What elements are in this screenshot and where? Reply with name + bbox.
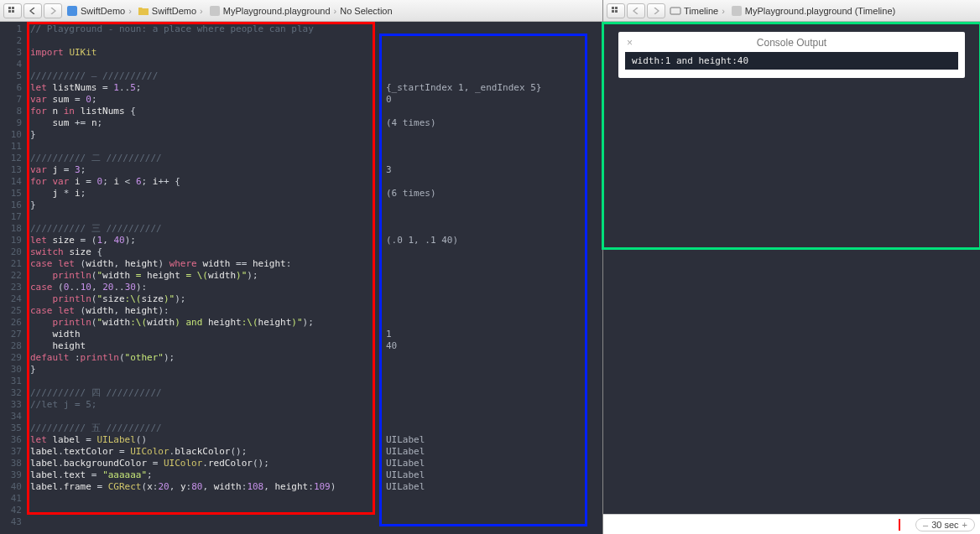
svg-rect-5 <box>210 6 220 16</box>
back-button[interactable] <box>23 3 42 18</box>
related-items-icon[interactable] <box>3 3 22 18</box>
timeline-track[interactable] <box>608 519 915 531</box>
svg-rect-9 <box>615 10 618 13</box>
svg-rect-6 <box>612 7 614 9</box>
minus-icon[interactable]: – <box>923 520 928 530</box>
svg-rect-8 <box>612 10 614 13</box>
svg-rect-11 <box>732 6 742 16</box>
console-title: × Console Output <box>625 37 958 52</box>
timeline-icon <box>670 5 681 17</box>
timeline-duration[interactable]: – 30 sec + <box>915 518 975 531</box>
timeline-playhead[interactable] <box>899 519 900 531</box>
left-pane: SwiftDemo› SwiftDemo› MyPlayground.playg… <box>0 0 602 534</box>
right-toolbar: Timeline› MyPlayground.playground (Timel… <box>603 0 980 22</box>
svg-rect-1 <box>12 7 14 9</box>
playground-icon <box>209 5 221 17</box>
results-sidebar: {_startIndex 1, _endIndex 5}0(4 times)3(… <box>379 22 587 530</box>
svg-rect-4 <box>67 6 77 16</box>
editor: 1234567891011121314151617181920212223242… <box>0 22 602 534</box>
folder-icon <box>138 5 149 17</box>
plus-icon[interactable]: + <box>962 520 967 530</box>
svg-rect-7 <box>615 7 618 9</box>
left-breadcrumb[interactable]: SwiftDemo› SwiftDemo› MyPlayground.playg… <box>64 5 393 17</box>
svg-rect-3 <box>12 10 14 13</box>
timeline-body: × Console Output width:1 and height:40 <box>603 22 980 514</box>
forward-button[interactable] <box>44 3 62 18</box>
right-pane: Timeline› MyPlayground.playground (Timel… <box>602 0 980 534</box>
console-output: width:1 and height:40 <box>625 52 958 70</box>
related-items-icon[interactable] <box>607 3 625 18</box>
svg-rect-2 <box>8 10 11 13</box>
line-gutter: 1234567891011121314151617181920212223242… <box>0 22 27 534</box>
back-button[interactable] <box>627 3 645 18</box>
forward-button[interactable] <box>647 3 665 18</box>
svg-rect-0 <box>8 7 11 9</box>
close-icon[interactable]: × <box>627 37 633 49</box>
playground-icon <box>731 5 743 17</box>
left-toolbar: SwiftDemo› SwiftDemo› MyPlayground.playg… <box>0 0 602 22</box>
project-icon <box>66 5 78 17</box>
timeline-bar: – 30 sec + <box>603 514 980 534</box>
svg-rect-10 <box>670 8 680 14</box>
console-panel: × Console Output width:1 and height:40 <box>618 32 965 78</box>
right-breadcrumb[interactable]: Timeline› MyPlayground.playground (Timel… <box>667 5 895 17</box>
